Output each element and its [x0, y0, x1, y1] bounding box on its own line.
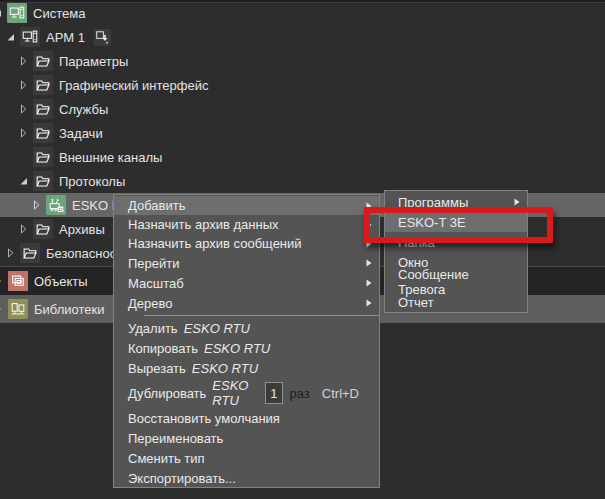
tree-item-tasks[interactable]: Задачи [0, 121, 103, 145]
menu-item-label: Восстановить умолчания [128, 411, 280, 426]
tree-item-label: Задачи [59, 126, 103, 141]
tree-item-archives[interactable]: Архивы [0, 217, 105, 241]
menu-item-label: Вырезать [128, 361, 186, 376]
tree-item-security[interactable]: Безопасность [0, 241, 129, 265]
submenu-arrow-icon [366, 202, 372, 210]
menu-item-target: ESKO RTU [192, 361, 258, 376]
submenu-arrow-icon [366, 221, 372, 229]
expander-collapsed-icon[interactable] [20, 223, 33, 235]
menu-item-label: Копировать [128, 341, 198, 356]
menu-item-assign-data-archive[interactable]: Назначить архив данных [114, 215, 379, 234]
app-window: Система АРМ 1 [0, 0, 605, 499]
menu-item-label: Перейти [128, 256, 180, 271]
menu-item-add[interactable]: Добавить [114, 196, 379, 215]
tree-item-label: Службы [59, 102, 108, 117]
menu-item-shortcut: Ctrl+D [322, 386, 359, 401]
submenu-item-esko-t3e[interactable]: ESKO-T 3Е [385, 212, 527, 232]
menu-item-target: ESKO RTU [212, 378, 258, 408]
menu-item-scale[interactable]: Масштаб [114, 273, 379, 293]
expander-collapsed-icon[interactable] [20, 79, 33, 91]
tree-item-label: Параметры [59, 54, 128, 69]
window-top-line [0, 2, 605, 3]
folder-icon [33, 147, 53, 167]
menu-item-label: Масштаб [128, 276, 184, 291]
menu-item-label: Отчет [398, 295, 434, 310]
menu-item-cut[interactable]: Вырезать ESKO RTU [114, 358, 379, 378]
tree-item-graphic-interface[interactable]: Графический интерфейс [0, 73, 208, 97]
folder-icon [33, 51, 53, 71]
submenu-arrow-icon [366, 299, 372, 307]
menu-item-label: Программы [398, 195, 468, 210]
menu-item-assign-message-archive[interactable]: Назначить архив сообщений [114, 234, 379, 253]
folder-icon [33, 75, 53, 95]
add-submenu: Программы ESKO-T 3Е Папка Окно Сообщение… [384, 190, 528, 313]
computer-icon [7, 3, 27, 23]
expander-collapsed-icon[interactable] [20, 103, 33, 115]
submenu-arrow-icon [366, 259, 372, 267]
menu-item-label: ESKO-T 3Е [398, 215, 466, 230]
folder-icon [33, 123, 53, 143]
menu-item-copy[interactable]: Копировать ESKO RTU [114, 338, 379, 358]
menu-item-delete[interactable]: Удалить ESKO RTU [114, 318, 379, 338]
submenu-item-report[interactable]: Отчет [385, 292, 527, 312]
rtu-icon: 12 [46, 195, 66, 215]
tree-item-label: Протоколы [59, 174, 125, 189]
expander-expanded-icon[interactable] [0, 7, 7, 19]
folder-icon [33, 219, 53, 239]
tree-item-arm1[interactable]: АРМ 1 [0, 25, 111, 49]
submenu-item-programs[interactable]: Программы [385, 192, 527, 212]
submenu-arrow-icon [366, 240, 372, 248]
tree-item-label: Графический интерфейс [59, 78, 208, 93]
tree-item-label: Система [33, 6, 85, 21]
expander-empty [20, 151, 33, 163]
libraries-icon [8, 299, 28, 319]
menu-item-label: Папка [398, 235, 435, 250]
menu-item-target: ESKO RTU [204, 341, 270, 356]
menu-item-rename[interactable]: Переименовать [114, 428, 379, 448]
expander-expanded-icon[interactable] [7, 31, 20, 43]
expander-collapsed-icon[interactable] [20, 127, 33, 139]
objects-icon [8, 271, 28, 291]
menu-item-label: Дублировать [128, 386, 206, 401]
expander-fragment-icon[interactable] [0, 303, 8, 315]
tree-item-services[interactable]: Службы [0, 97, 108, 121]
menu-item-target: ESKO RTU [184, 321, 250, 336]
folder-icon [33, 99, 53, 119]
tree-item-label: АРМ 1 [46, 30, 85, 45]
panel-label: Библиотеки [34, 302, 104, 317]
tree-item-protocols[interactable]: Протоколы [0, 169, 125, 193]
menu-item-tree[interactable]: Дерево [114, 293, 379, 313]
submenu-item-alarm-message[interactable]: Сообщение Тревога [385, 272, 527, 292]
expander-collapsed-icon[interactable] [20, 55, 33, 67]
panel-objects[interactable]: Объекты [0, 269, 88, 293]
submenu-arrow-icon [366, 279, 372, 287]
tree-item-label: Архивы [59, 222, 105, 237]
menu-item-label: Экспортировать... [128, 471, 236, 486]
menu-item-duplicate[interactable]: Дублировать ESKO RTU 1 раз Ctrl+D [114, 378, 379, 408]
expander-collapsed-icon[interactable] [7, 247, 20, 259]
menu-item-label: Дерево [128, 296, 172, 311]
tree-item-system[interactable]: Система [0, 1, 85, 25]
tree-item-external-channels[interactable]: Внешние каналы [0, 145, 162, 169]
submenu-item-folder[interactable]: Папка [385, 232, 527, 252]
expander-fragment-icon[interactable] [0, 275, 8, 287]
panel-label: Объекты [34, 274, 88, 289]
menu-item-label: Сменить тип [128, 451, 205, 466]
menu-item-restore-defaults[interactable]: Восстановить умолчания [114, 408, 379, 428]
submenu-arrow-icon [514, 198, 520, 206]
expander-collapsed-icon[interactable] [33, 199, 46, 211]
menu-item-goto[interactable]: Перейти [114, 253, 379, 273]
menu-item-label: Удалить [128, 321, 178, 336]
menu-item-export[interactable]: Экспортировать... [114, 468, 379, 488]
menu-item-label: Переименовать [128, 431, 223, 446]
paste-into-icon[interactable] [94, 29, 111, 46]
panel-libraries[interactable]: Библиотеки [0, 297, 104, 321]
tree-item-label: Внешние каналы [59, 150, 162, 165]
tree-item-parameters[interactable]: Параметры [0, 49, 128, 73]
computer-icon [20, 27, 40, 47]
folder-icon [33, 171, 53, 191]
menu-item-change-type[interactable]: Сменить тип [114, 448, 379, 468]
expander-expanded-icon[interactable] [20, 175, 33, 187]
menu-item-label: Назначить архив данных [128, 217, 279, 232]
duplicate-count-input[interactable]: 1 [265, 382, 282, 404]
